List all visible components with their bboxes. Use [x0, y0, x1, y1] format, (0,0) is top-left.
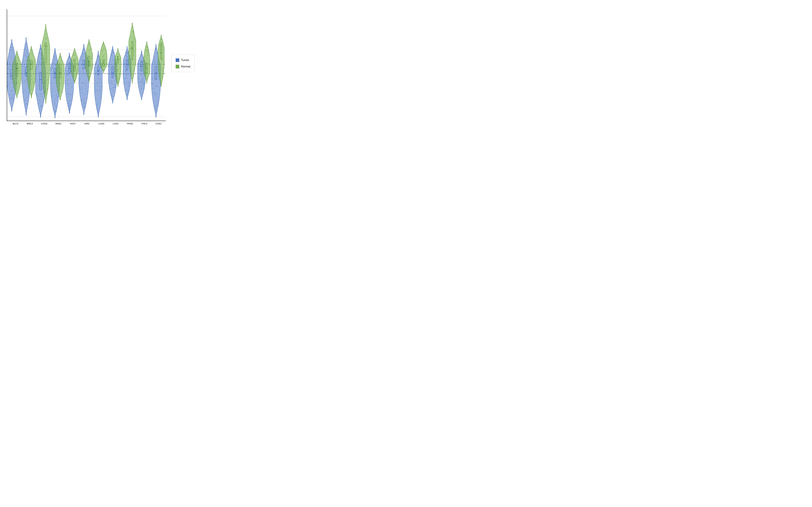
svg-point-818: [114, 85, 115, 86]
svg-point-368: [58, 97, 58, 97]
svg-point-407: [55, 59, 55, 59]
chart-body: 051015: [3, 8, 200, 125]
svg-point-369: [52, 66, 52, 66]
svg-point-761: [103, 44, 103, 45]
svg-point-979: [132, 23, 133, 24]
svg-point-877: [115, 64, 115, 64]
svg-point-541: [76, 70, 77, 71]
svg-point-1025: [144, 82, 145, 83]
svg-point-883: [118, 68, 119, 69]
svg-point-380: [54, 56, 54, 57]
svg-point-71: [10, 63, 10, 63]
svg-point-609: [81, 100, 82, 100]
svg-point-943: [127, 99, 128, 99]
svg-point-746: [106, 51, 106, 51]
svg-point-382: [55, 111, 56, 112]
svg-point-657: [92, 59, 92, 59]
svg-point-866: [115, 63, 115, 64]
svg-point-687: [98, 78, 98, 78]
svg-point-330: [46, 80, 47, 80]
svg-point-99: [18, 72, 18, 73]
svg-point-621: [84, 104, 85, 105]
svg-point-1112: [146, 75, 146, 75]
svg-point-43: [13, 95, 13, 95]
svg-point-1201: [161, 39, 162, 40]
svg-point-1031: [142, 60, 143, 60]
svg-point-259: [40, 117, 41, 118]
svg-point-553: [74, 55, 74, 55]
svg-point-1082: [148, 50, 148, 50]
svg-point-964: [133, 70, 134, 71]
svg-point-446: [60, 89, 60, 90]
svg-point-744: [102, 46, 103, 46]
svg-point-1138: [155, 108, 156, 108]
svg-point-1050: [141, 64, 141, 65]
svg-point-182: [26, 111, 26, 111]
svg-point-178: [26, 112, 27, 112]
svg-point-253: [39, 52, 40, 53]
svg-point-658: [89, 78, 90, 78]
svg-point-988: [132, 82, 133, 82]
svg-point-617: [85, 107, 85, 107]
svg-point-679: [97, 91, 97, 91]
svg-point-1088: [146, 51, 147, 51]
svg-point-946: [127, 74, 128, 75]
svg-point-794: [112, 100, 113, 101]
svg-point-644: [89, 76, 90, 76]
svg-point-1102: [147, 43, 147, 44]
svg-point-68: [12, 68, 12, 68]
svg-point-1174: [154, 77, 155, 78]
svg-point-906: [123, 64, 124, 65]
svg-point-983: [132, 48, 132, 48]
svg-point-655: [91, 58, 92, 59]
svg-point-338: [46, 77, 46, 77]
svg-point-871: [119, 77, 119, 78]
x-labels: BLCABRCACOADHNSCKICHKIRCLUADLUSCPRADTHCA…: [8, 122, 166, 125]
svg-point-720: [97, 60, 97, 61]
svg-point-583: [84, 72, 85, 73]
svg-point-84: [17, 58, 17, 58]
svg-point-225: [32, 78, 32, 79]
svg-point-689: [97, 82, 98, 83]
svg-point-163: [26, 104, 26, 104]
svg-point-1220: [160, 45, 160, 45]
svg-point-229: [31, 92, 31, 93]
svg-point-1047: [141, 56, 141, 56]
svg-point-132: [26, 45, 27, 45]
svg-point-362: [57, 91, 57, 91]
svg-point-753: [104, 55, 104, 55]
svg-point-1140: [154, 57, 154, 57]
svg-point-711: [96, 73, 96, 73]
svg-point-1093: [146, 66, 146, 66]
svg-point-430: [60, 54, 60, 55]
svg-point-254: [41, 58, 41, 58]
svg-point-298: [40, 115, 41, 115]
svg-point-865: [115, 64, 116, 65]
svg-point-306: [44, 63, 44, 63]
svg-point-672: [89, 73, 89, 73]
svg-point-536: [77, 74, 77, 74]
svg-point-281: [38, 62, 39, 62]
svg-point-1105: [145, 63, 145, 63]
svg-point-646: [89, 72, 90, 73]
svg-point-151: [27, 97, 28, 98]
svg-point-417: [59, 90, 59, 90]
svg-point-540: [77, 71, 78, 71]
x-axis-label: LUAD: [94, 122, 109, 125]
svg-point-156: [25, 55, 25, 55]
svg-point-935: [127, 77, 128, 78]
svg-point-997: [135, 39, 135, 40]
svg-point-1097: [149, 72, 149, 72]
svg-point-552: [74, 51, 75, 52]
svg-point-423: [60, 55, 60, 55]
svg-point-843: [115, 87, 115, 88]
svg-point-441: [61, 79, 62, 79]
svg-point-911: [128, 84, 129, 84]
svg-point-461: [68, 97, 68, 97]
svg-point-1177: [156, 86, 157, 87]
svg-point-880: [117, 71, 117, 72]
svg-point-473: [69, 66, 69, 66]
svg-point-489: [71, 95, 71, 95]
svg-point-440: [59, 84, 60, 84]
svg-point-52: [10, 50, 10, 51]
